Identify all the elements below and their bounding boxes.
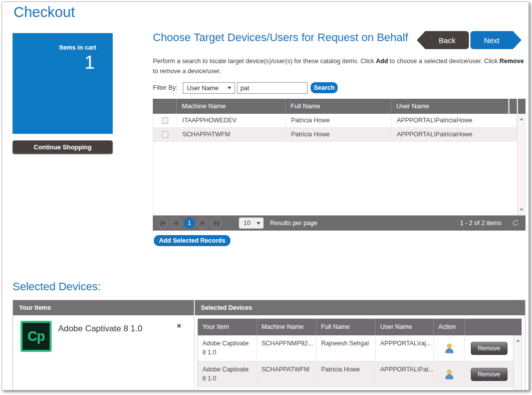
refresh-icon[interactable]	[511, 219, 519, 227]
previous-page-button[interactable]	[170, 218, 181, 229]
last-page-icon	[214, 221, 217, 225]
current-page-button[interactable]: 1	[184, 218, 195, 229]
table-row[interactable]: Adobe Captivate 8 1.0 SCHAPFNMP92... Raj…	[198, 335, 513, 361]
next-button[interactable]: Next	[470, 31, 521, 49]
back-button-label: Back	[439, 36, 455, 45]
row-checkbox[interactable]	[162, 117, 168, 124]
selected-grid-header: Your Item Machine Name Full Name User Na…	[198, 319, 521, 335]
page-size-value: 10	[243, 220, 256, 227]
cell-full-name: Patricia Howe	[317, 361, 376, 387]
back-arrow-icon	[417, 31, 425, 49]
remove-button[interactable]: Remove	[471, 368, 507, 381]
scroll-down-icon[interactable]	[519, 209, 523, 211]
column-header-remove	[465, 319, 521, 335]
filter-query-input[interactable]	[237, 82, 308, 94]
cell-user-name: APPPORTAL\Pat...	[376, 361, 434, 387]
next-page-icon	[201, 221, 204, 225]
next-button-label: Next	[484, 36, 499, 45]
vertical-scrollbar[interactable]	[517, 114, 525, 215]
add-selected-records-button[interactable]: Add Selected Records	[154, 235, 230, 246]
prev-page-icon	[174, 221, 177, 225]
column-header-your-item: Your Item	[198, 319, 257, 335]
next-arrow-icon	[513, 31, 521, 49]
vertical-scrollbar[interactable]	[513, 335, 521, 390]
column-header-full-name: Full Name	[286, 99, 391, 114]
cell-machine-name: ITAAPPHOWEDEV	[177, 114, 286, 127]
captivate-app-icon: Cp	[21, 321, 52, 352]
column-header-machine-name: Machine Name	[257, 319, 317, 335]
filter-field-value: User Name	[187, 85, 227, 92]
selected-devices-header: Selected Devices	[195, 300, 525, 315]
first-page-icon	[160, 221, 161, 226]
first-page-icon	[162, 221, 165, 225]
selected-devices-panel: Your Items Selected Devices Cp Adobe Cap…	[13, 300, 525, 390]
results-per-page-label: Results per page	[270, 216, 318, 231]
column-header-machine-name: Machine Name	[177, 99, 286, 114]
table-row[interactable]: SCHAPPATWFM Patricia Howe APPPORTAL\Patr…	[153, 128, 517, 142]
column-header-user-name: User Name	[391, 99, 508, 114]
instructions-text: Perform a search to locate target device…	[153, 56, 527, 76]
row-checkbox[interactable]	[162, 131, 168, 138]
your-items-header: Your Items	[13, 300, 194, 315]
cell-user-name: APPPORTAL\raj...	[376, 335, 434, 361]
first-page-button[interactable]	[157, 218, 168, 229]
selected-devices-grid: Your Item Machine Name Full Name User Na…	[197, 318, 522, 390]
header-spacer-cell	[509, 99, 517, 114]
last-page-icon	[218, 221, 219, 226]
cart-items-label: Items in cart	[13, 44, 113, 51]
cell-full-name: Patricia Howe	[286, 128, 392, 141]
selected-devices-heading: Selected Devices:	[13, 280, 101, 293]
cell-your-item: Adobe Captivate 8 1.0	[198, 335, 257, 361]
back-button[interactable]: Back	[417, 31, 469, 49]
user-icon	[444, 343, 454, 354]
items-range-label: 1 - 2 of 2 items	[460, 216, 501, 231]
results-grid: Machine Name Full Name User Name ITAAPPH…	[153, 99, 525, 216]
chevron-down-icon	[256, 222, 260, 225]
cell-full-name: Rajneesh Sehgal	[317, 335, 376, 361]
search-button[interactable]: Search	[311, 82, 338, 93]
chevron-down-icon	[227, 87, 231, 89]
filter-field-select[interactable]: User Name	[183, 82, 235, 94]
checkout-page: Checkout Items in cart 1 Continue Shoppi…	[2, 2, 529, 390]
cart-item-title: Adobe Captivate 8 1.0	[58, 324, 142, 334]
wizard-heading: Choose Target Devices/Users for Request …	[153, 31, 427, 44]
continue-shopping-button[interactable]: Continue Shopping	[13, 140, 113, 154]
next-page-button[interactable]	[197, 218, 208, 229]
cell-your-item: Adobe Captivate 8 1.0	[198, 361, 257, 387]
scroll-up-icon[interactable]	[519, 118, 523, 120]
column-header-full-name: Full Name	[317, 319, 376, 335]
results-grid-header: Machine Name Full Name User Name	[153, 99, 525, 114]
pagination-bar: 1 10 Results per page 1 - 2 of 2 items	[153, 216, 525, 231]
cell-full-name: Patricia Howe	[286, 114, 392, 127]
column-header-action: Action	[434, 319, 465, 335]
last-page-button[interactable]	[211, 218, 222, 229]
remove-button[interactable]: Remove	[471, 342, 507, 355]
scroll-up-icon[interactable]	[516, 339, 520, 342]
table-row[interactable]: ITAAPPHOWEDEV Patricia Howe APPPORTAL\Pa…	[153, 114, 517, 128]
header-scrollbar-cell	[518, 99, 525, 114]
results-grid-body: ITAAPPHOWEDEV Patricia Howe APPPORTAL\Pa…	[153, 114, 525, 216]
page-title: Checkout	[14, 4, 75, 21]
cell-machine-name: SCHAPPATWFM	[177, 128, 286, 141]
close-icon[interactable]: ×	[177, 321, 181, 330]
panel-header: Your Items Selected Devices	[13, 300, 525, 315]
cell-machine-name: SCHAPPATWFM	[257, 361, 317, 387]
cart-summary: Items in cart 1	[13, 33, 113, 134]
user-icon	[444, 369, 454, 380]
cell-user-name: APPPORTAL\PatriciaHowe	[392, 128, 517, 141]
table-row[interactable]: Adobe Captivate 8 1.0 SCHAPPATWFM Patric…	[198, 361, 513, 387]
your-items-pane: Cp Adobe Captivate 8 1.0 ×	[13, 315, 194, 390]
page-size-select[interactable]: 10	[239, 218, 263, 229]
captivate-icon-text: Cp	[28, 329, 45, 344]
cell-machine-name: SCHAPFNMP92...	[257, 335, 317, 361]
cell-user-name: APPPORTAL\PatriciaHowe	[392, 114, 517, 127]
column-header-user-name: User Name	[376, 319, 434, 335]
cart-count: 1	[13, 52, 113, 73]
filter-by-label: Filter By:	[153, 84, 177, 91]
checkbox-column-header	[153, 99, 177, 114]
